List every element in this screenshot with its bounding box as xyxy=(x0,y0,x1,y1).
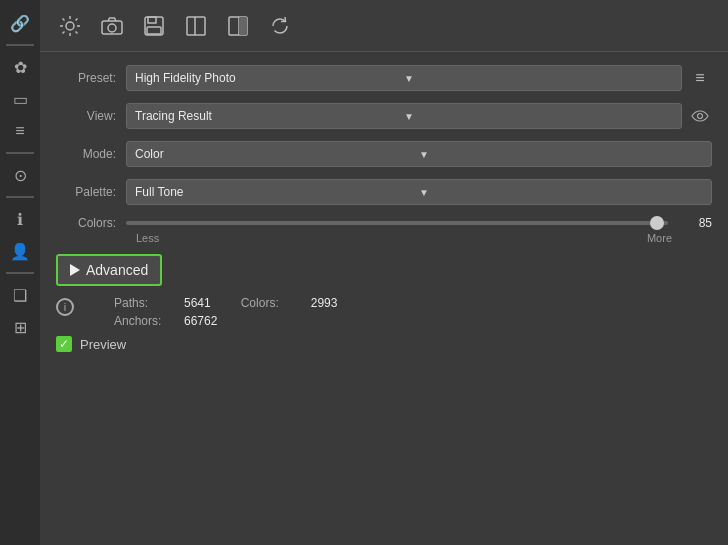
svg-point-10 xyxy=(108,24,116,32)
link-icon[interactable]: 🔗 xyxy=(5,8,35,38)
refresh-icon[interactable] xyxy=(266,12,294,40)
properties-panel: Preset: High Fidelity Photo ▼ ≡ View: Tr… xyxy=(40,52,728,545)
mode-value: Color xyxy=(135,147,419,161)
svg-line-6 xyxy=(76,31,78,33)
eye-icon[interactable] xyxy=(688,104,712,128)
plant-icon[interactable]: ✿ xyxy=(5,52,35,82)
stats-content: Paths: 5641 Colors: 2993 Anchors: 66762 xyxy=(114,296,337,328)
stack-icon[interactable]: ⊞ xyxy=(5,312,35,342)
anchors-line: Anchors: 66762 xyxy=(114,314,337,328)
paths-value: 5641 xyxy=(184,296,211,310)
colors-slider-value: 85 xyxy=(676,216,712,230)
preview-label: Preview xyxy=(80,337,126,352)
divider-1 xyxy=(6,44,34,46)
paths-line: Paths: 5641 Colors: 2993 xyxy=(114,296,337,310)
layers-icon[interactable]: ❑ xyxy=(5,280,35,310)
divider-2 xyxy=(6,152,34,154)
preview-checkbox[interactable]: ✓ xyxy=(56,336,72,352)
info-circle-icon: i xyxy=(56,298,74,316)
view-row: View: Tracing Result ▼ xyxy=(56,102,712,130)
divider-3 xyxy=(6,196,34,198)
more-label: More xyxy=(647,232,712,244)
svg-rect-14 xyxy=(187,17,205,35)
svg-line-7 xyxy=(63,31,65,33)
mode-row: Mode: Color ▼ xyxy=(56,140,712,168)
advanced-section: Advanced xyxy=(56,254,712,286)
preset-list-icon[interactable]: ≡ xyxy=(688,69,712,87)
mode-select[interactable]: Color ▼ xyxy=(126,141,712,167)
preview-row: ✓ Preview xyxy=(56,336,712,352)
colors-label: Colors: xyxy=(56,216,126,230)
advanced-label: Advanced xyxy=(86,262,148,278)
view-select[interactable]: Tracing Result ▼ xyxy=(126,103,682,129)
less-more-row: Less More xyxy=(56,232,712,244)
stats-row: i Paths: 5641 Colors: 2993 Anchors: 6676… xyxy=(56,296,712,328)
info-icon[interactable]: ℹ xyxy=(5,204,35,234)
view-label: View: xyxy=(56,109,126,123)
triangle-right-icon xyxy=(70,264,80,276)
svg-point-19 xyxy=(698,114,703,119)
panel2-icon[interactable] xyxy=(224,12,252,40)
rectangle-icon[interactable]: ▭ xyxy=(5,84,35,114)
divider-4 xyxy=(6,272,34,274)
svg-rect-13 xyxy=(147,27,161,34)
mode-label: Mode: xyxy=(56,147,126,161)
anchors-label: Anchors: xyxy=(114,314,174,328)
preset-select[interactable]: High Fidelity Photo ▼ xyxy=(126,65,682,91)
palette-chevron-icon: ▼ xyxy=(419,187,703,198)
advanced-toggle[interactable]: Advanced xyxy=(56,254,162,286)
view-chevron-icon: ▼ xyxy=(404,111,673,122)
palette-label: Palette: xyxy=(56,185,126,199)
sun-icon[interactable] xyxy=(56,12,84,40)
less-label: Less xyxy=(136,232,159,244)
camera-icon[interactable] xyxy=(98,12,126,40)
colors-slider-thumb[interactable] xyxy=(650,216,664,230)
palette-row: Palette: Full Tone ▼ xyxy=(56,178,712,206)
mode-chevron-icon: ▼ xyxy=(419,149,703,160)
menu-lines-icon[interactable]: ≡ xyxy=(5,116,35,146)
colors-slider-container xyxy=(126,221,668,225)
colors-slider-track[interactable] xyxy=(126,221,668,225)
preset-row: Preset: High Fidelity Photo ▼ ≡ xyxy=(56,64,712,92)
gear-icon[interactable]: ⊙ xyxy=(5,160,35,190)
top-toolbar xyxy=(40,0,728,52)
svg-line-5 xyxy=(63,18,65,20)
left-sidebar: 🔗 ✿ ▭ ≡ ⊙ ℹ 👤 ❑ ⊞ xyxy=(0,0,40,545)
panel1-icon[interactable] xyxy=(182,12,210,40)
anchors-value: 66762 xyxy=(184,314,217,328)
svg-rect-12 xyxy=(148,17,156,23)
colors-row: Colors: 85 xyxy=(56,216,712,230)
user-icon[interactable]: 👤 xyxy=(5,236,35,266)
preset-chevron-icon: ▼ xyxy=(404,73,673,84)
view-value: Tracing Result xyxy=(135,109,404,123)
svg-rect-18 xyxy=(239,17,247,35)
preset-value: High Fidelity Photo xyxy=(135,71,404,85)
main-panel: Preset: High Fidelity Photo ▼ ≡ View: Tr… xyxy=(40,0,728,545)
palette-select[interactable]: Full Tone ▼ xyxy=(126,179,712,205)
palette-value: Full Tone xyxy=(135,185,419,199)
colors-stat-label: Colors: xyxy=(241,296,301,310)
svg-point-0 xyxy=(66,22,74,30)
colors-stat-value: 2993 xyxy=(311,296,338,310)
save-icon[interactable] xyxy=(140,12,168,40)
preset-label: Preset: xyxy=(56,71,126,85)
list-lines-icon: ≡ xyxy=(695,69,704,87)
paths-label: Paths: xyxy=(114,296,174,310)
svg-line-8 xyxy=(76,18,78,20)
